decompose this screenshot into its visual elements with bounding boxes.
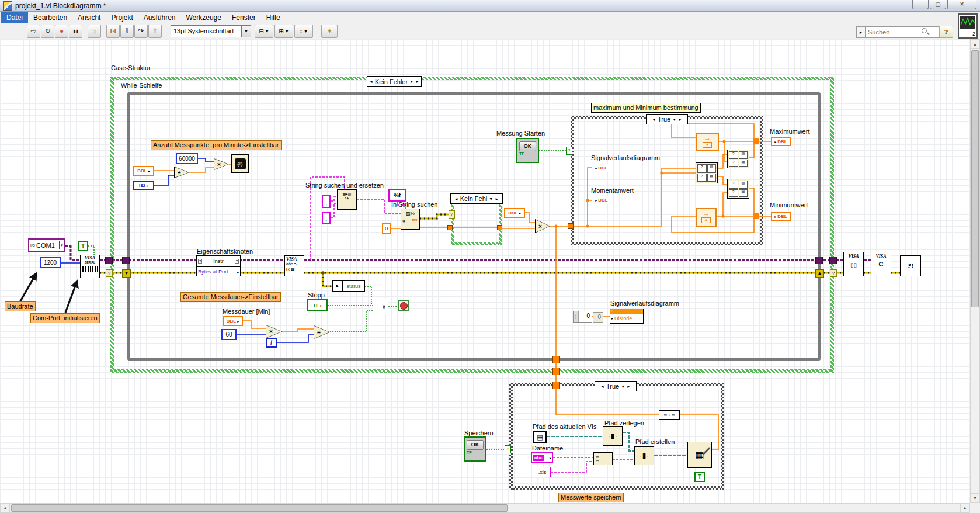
- property-item-text[interactable]: Bytes at Port: [198, 269, 228, 275]
- visa-wire[interactable]: [65, 246, 871, 260]
- tunnel-error-case-left[interactable]: ?: [106, 269, 113, 277]
- tunnel-case-bottom[interactable]: [552, 368, 560, 375]
- chevron-down-icon[interactable]: ▼: [409, 79, 413, 84]
- tunnel-error-while-left[interactable]: ▼: [122, 269, 131, 278]
- tunnel-maxmin-out-max[interactable]: [753, 138, 759, 144]
- select-node-mid[interactable]: ? ▨ ? ▤: [696, 162, 718, 183]
- terminal-arrow-icon: ▸: [611, 316, 613, 320]
- i32-control[interactable]: I32▸: [133, 181, 154, 190]
- tunnel-visa-while-right[interactable]: [815, 256, 823, 264]
- format-string-constant[interactable]: %f: [388, 189, 406, 202]
- divide-node[interactable]: ÷: [174, 167, 189, 178]
- true-constant[interactable]: T: [78, 241, 88, 251]
- tunnel-save-case-top[interactable]: [552, 382, 560, 389]
- visa-text: VISA: [873, 254, 889, 259]
- terminal-arrow-icon: ▸: [147, 183, 148, 188]
- constant-60000[interactable]: 60000: [176, 153, 198, 164]
- next-case-icon[interactable]: ►: [678, 117, 682, 122]
- build-path-node[interactable]: ∶ ▮ ∶: [634, 446, 654, 465]
- dbl-control-messpunkte[interactable]: DBL▸: [133, 166, 154, 176]
- dbl-indicator-moment[interactable]: ▸DBL: [592, 196, 611, 204]
- visa-pins-icon: ▯▯: [845, 262, 862, 268]
- tunnel-maxmin-in[interactable]: [568, 223, 574, 229]
- dbl-control-factor[interactable]: DBL▸: [504, 208, 525, 218]
- dbl-indicator-max[interactable]: ▸DBL: [771, 137, 791, 146]
- visa-resource-constant[interactable]: I/O COM1 ▼: [28, 238, 65, 252]
- zero-constant[interactable]: 0: [382, 223, 391, 234]
- loop-condition-terminal[interactable]: [398, 300, 409, 311]
- dbl-indicator-signal[interactable]: ▸DBL: [592, 164, 611, 172]
- history-property-node[interactable]: ? ? ▸ Historie: [610, 309, 644, 324]
- chevron-down-icon[interactable]: ▼: [489, 197, 493, 201]
- strip-path-node[interactable]: ∶ ▮ ∶: [603, 426, 623, 446]
- constant-60[interactable]: 60: [221, 329, 237, 340]
- tunnel-inner-case-in[interactable]: [447, 225, 453, 230]
- current-vi-path-node[interactable]: ▤: [533, 431, 547, 443]
- tunnel-visa-case-right[interactable]: [829, 256, 837, 264]
- wait-ms-multiple-node[interactable]: ◴: [231, 154, 249, 173]
- string-constant-comma[interactable]: ,: [322, 195, 331, 208]
- visa-close-node-1[interactable]: VISA ▯▯: [843, 252, 864, 276]
- equal-node[interactable]: =: [314, 325, 330, 339]
- next-case-icon[interactable]: ►: [495, 197, 499, 201]
- multiply-node-3[interactable]: ×: [266, 325, 282, 338]
- tunnel-error-while-right[interactable]: ▲: [815, 269, 824, 278]
- select-node-top[interactable]: ? ▨ ? ▤: [727, 150, 749, 168]
- prev-case-icon[interactable]: ◄: [652, 117, 656, 122]
- case-selector-inner[interactable]: ◄ Kein Fehl ▼ ►: [450, 193, 503, 204]
- chevron-down-icon[interactable]: ▼: [621, 384, 625, 389]
- historie-text[interactable]: Historie: [614, 316, 633, 321]
- property-node[interactable]: ? Instr ? Bytes at Port ▸: [196, 255, 241, 276]
- true-constant-save[interactable]: T: [694, 472, 705, 482]
- scan-from-string-node[interactable]: ▨% ◉ DBL: [401, 209, 420, 230]
- tunnel-while-bottom[interactable]: [552, 356, 560, 363]
- write-to-file-node[interactable]: ▦: [687, 442, 712, 468]
- next-case-icon[interactable]: ►: [415, 79, 419, 84]
- string-constant-dot[interactable]: .: [322, 212, 331, 224]
- tunnel-maxmin-out-min[interactable]: [753, 213, 759, 219]
- visa-close-node-2[interactable]: VISA C: [871, 252, 891, 275]
- speichern-ok-button[interactable]: OK TF: [464, 436, 486, 462]
- multiply-symbol: ×: [538, 223, 542, 230]
- case-selector-outer[interactable]: ◄ Kein Fehler ▼ ►: [367, 76, 422, 87]
- messung-ok-button[interactable]: OK TF: [516, 138, 539, 163]
- tunnel-visa-while-left[interactable]: [122, 256, 130, 264]
- feedback-node-max[interactable]: → ∗: [696, 133, 719, 151]
- next-case-icon[interactable]: ►: [627, 384, 631, 389]
- tunnel-inner-case-out[interactable]: [497, 225, 502, 230]
- prev-case-icon[interactable]: ◄: [454, 197, 458, 201]
- spin-down-icon[interactable]: ▼: [575, 317, 577, 320]
- search-replace-string-node[interactable]: ▩▸▨ ↷: [337, 189, 357, 210]
- dbl-indicator-min[interactable]: ▸DBL: [771, 212, 791, 221]
- tf-text: TF: [465, 450, 485, 455]
- history-length-control[interactable]: ▲▼ 0: [573, 311, 592, 323]
- xls-constant[interactable]: .xls: [534, 467, 551, 477]
- multiply-node-2[interactable]: ×: [535, 219, 550, 233]
- feedback-node-min[interactable]: → ∗: [696, 208, 717, 227]
- visa-configure-serial-node[interactable]: VISA SERIAL: [80, 255, 100, 278]
- tunnel-maxmin-selector[interactable]: ?: [566, 147, 572, 155]
- stopp-control[interactable]: TF▸: [307, 299, 328, 311]
- multiply-node-1[interactable]: ×: [214, 158, 229, 170]
- prev-case-icon[interactable]: ◄: [600, 384, 604, 389]
- tunnel-inner-case-selector[interactable]: ?: [449, 210, 455, 219]
- concatenate-strings-node[interactable]: ▭ ▭: [593, 452, 613, 465]
- select-node-bottom[interactable]: ? ▨ ? ▤: [727, 179, 749, 199]
- error-handler-node[interactable]: ?!: [900, 255, 921, 276]
- chevron-down-icon[interactable]: ▼: [59, 241, 64, 249]
- chevron-down-icon[interactable]: ▼: [672, 117, 676, 122]
- build-array-node[interactable]: ▭ + ▭: [659, 410, 680, 420]
- case-selector-save[interactable]: ◄ True ▼ ►: [595, 381, 637, 391]
- tunnel-visa-case-left[interactable]: [105, 256, 113, 264]
- unbundle-status-node[interactable]: ► status: [332, 280, 365, 292]
- compound-or-node[interactable]: ∨: [373, 299, 388, 314]
- dateiname-control[interactable]: abc ▸: [531, 452, 553, 463]
- case-selector-maxmin[interactable]: ◄ True ▼ ►: [646, 114, 688, 124]
- tunnel-error-case-right[interactable]: ?: [830, 269, 837, 277]
- iteration-terminal[interactable]: i: [266, 338, 277, 348]
- tunnel-save-case-selector[interactable]: ?: [505, 445, 511, 453]
- baud-constant[interactable]: 1200: [40, 257, 61, 268]
- visa-read-node[interactable]: VISA abc↖ R⊠: [284, 255, 304, 276]
- dbl-control-messdauer[interactable]: DBL▸: [223, 316, 243, 326]
- prev-case-icon[interactable]: ◄: [369, 79, 373, 84]
